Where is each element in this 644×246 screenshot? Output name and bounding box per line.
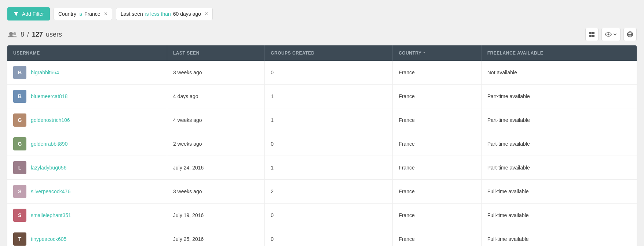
cell-last-seen: July 24, 2016: [167, 156, 265, 180]
eye-view-button[interactable]: [601, 28, 621, 41]
count-separator: /: [27, 31, 29, 38]
cell-groups-created: 1: [265, 108, 393, 132]
avatar: G: [13, 113, 26, 127]
cell-username: G goldenrabbit890: [7, 132, 167, 156]
table-row: B bigrabbit664 3 weeks ago0FranceNot ava…: [7, 61, 637, 85]
col-username[interactable]: USERNAME: [7, 45, 167, 61]
avatar: B: [13, 90, 26, 103]
add-filter-button[interactable]: Add Filter: [7, 7, 50, 20]
username-text[interactable]: goldenrabbit890: [31, 141, 67, 147]
users-table-container: USERNAME LAST SEEN GROUPS CREATED COUNTR…: [7, 45, 637, 246]
table-row: B bluemeercat818 4 days ago1FrancePart-t…: [7, 85, 637, 108]
table-row: G goldenrabbit890 2 weeks ago0FrancePart…: [7, 132, 637, 156]
cell-username: B bigrabbit664: [7, 61, 167, 85]
users-table: USERNAME LAST SEEN GROUPS CREATED COUNTR…: [7, 45, 637, 246]
grid-view-button[interactable]: [585, 28, 599, 41]
cell-country: France: [393, 108, 482, 132]
total-count: 127: [32, 31, 43, 38]
username-text[interactable]: lazyladybug656: [31, 165, 66, 171]
svg-rect-2: [589, 32, 592, 34]
cell-last-seen: 2 weeks ago: [167, 132, 265, 156]
cell-freelance-available: Full-time available: [481, 204, 637, 227]
username-text[interactable]: smallelephant351: [31, 212, 71, 218]
avatar: B: [13, 66, 26, 79]
cell-groups-created: 1: [265, 156, 393, 180]
cell-groups-created: 0: [265, 132, 393, 156]
grid-icon: [589, 31, 595, 37]
cell-last-seen: July 25, 2016: [167, 227, 265, 246]
username-text[interactable]: tinypeacock605: [31, 236, 66, 242]
cell-country: France: [393, 204, 482, 227]
last-seen-filter-close[interactable]: ×: [205, 11, 208, 17]
col-groups-created[interactable]: GROUPS CREATED: [265, 45, 393, 61]
cell-freelance-available: Part-time available: [481, 132, 637, 156]
last-seen-filter-chip: Last seen is less than 60 days ago ×: [116, 8, 213, 20]
cell-last-seen: July 19, 2016: [167, 204, 265, 227]
toolbar: Add Filter Country is France × Last seen…: [7, 7, 637, 20]
cell-groups-created: 1: [265, 85, 393, 108]
avatar: G: [13, 137, 26, 150]
users-label: users: [46, 31, 62, 38]
cell-country: France: [393, 61, 482, 85]
username-text[interactable]: bluemeercat818: [31, 93, 67, 99]
cell-username: L lazyladybug656: [7, 156, 167, 180]
cell-last-seen: 4 weeks ago: [167, 108, 265, 132]
cell-last-seen: 3 weeks ago: [167, 61, 265, 85]
col-country[interactable]: COUNTRY ↑: [393, 45, 482, 61]
cell-country: France: [393, 85, 482, 108]
svg-point-1: [13, 32, 16, 35]
svg-rect-3: [592, 32, 594, 34]
cell-freelance-available: Part-time available: [481, 156, 637, 180]
last-seen-filter-prefix: Last seen: [121, 11, 143, 17]
svg-point-7: [608, 34, 610, 36]
avatar: S: [13, 209, 26, 222]
table-header-row: USERNAME LAST SEEN GROUPS CREATED COUNTR…: [7, 45, 637, 61]
page-wrapper: Add Filter Country is France × Last seen…: [0, 0, 644, 246]
avatar: T: [13, 232, 26, 246]
avatar: L: [13, 161, 26, 174]
chevron-down-icon: [613, 33, 617, 36]
sort-arrow-country: ↑: [423, 51, 425, 56]
cell-username: S silverpeacock476: [7, 180, 167, 204]
table-body: B bigrabbit664 3 weeks ago0FranceNot ava…: [7, 61, 637, 246]
cell-country: France: [393, 156, 482, 180]
cell-freelance-available: Not available: [481, 61, 637, 85]
users-icon: [7, 31, 18, 38]
cell-last-seen: 3 weeks ago: [167, 180, 265, 204]
username-text[interactable]: goldenostrich106: [31, 117, 70, 123]
cell-groups-created: 0: [265, 61, 393, 85]
cell-groups-created: 2: [265, 180, 393, 204]
country-filter-chip: Country is France ×: [54, 8, 112, 20]
summary-bar: 8 / 127 users: [7, 28, 637, 41]
globe-view-button[interactable]: [623, 28, 637, 41]
filtered-count: 8: [21, 31, 24, 38]
col-freelance-available[interactable]: FREELANCE AVAILABLE: [481, 45, 637, 61]
eye-icon: [605, 32, 612, 37]
svg-rect-4: [589, 35, 592, 37]
cell-freelance-available: Part-time available: [481, 108, 637, 132]
last-seen-filter-value: 60 days ago: [173, 11, 201, 17]
cell-country: France: [393, 132, 482, 156]
user-count: 8 / 127 users: [7, 31, 62, 38]
filter-icon: [13, 11, 19, 17]
cell-username: S smallelephant351: [7, 204, 167, 227]
table-row: S silverpeacock476 3 weeks ago2FranceFul…: [7, 180, 637, 204]
cell-freelance-available: Full-time available: [481, 180, 637, 204]
country-filter-close[interactable]: ×: [104, 11, 107, 17]
avatar: S: [13, 185, 26, 198]
cell-last-seen: 4 days ago: [167, 85, 265, 108]
country-filter-operator: is: [78, 11, 82, 17]
country-filter-value: France: [84, 11, 100, 17]
globe-icon: [627, 31, 633, 38]
cell-freelance-available: Part-time available: [481, 85, 637, 108]
cell-country: France: [393, 227, 482, 246]
table-row: L lazyladybug656 July 24, 20161FrancePar…: [7, 156, 637, 180]
table-row: G goldenostrich106 4 weeks ago1FrancePar…: [7, 108, 637, 132]
cell-username: G goldenostrich106: [7, 108, 167, 132]
col-last-seen[interactable]: LAST SEEN: [167, 45, 265, 61]
add-filter-label: Add Filter: [22, 11, 44, 17]
username-text[interactable]: bigrabbit664: [31, 70, 59, 75]
username-text[interactable]: silverpeacock476: [31, 189, 70, 194]
last-seen-filter-operator: is less than: [145, 11, 171, 17]
table-row: T tinypeacock605 July 25, 20160FranceFul…: [7, 227, 637, 246]
